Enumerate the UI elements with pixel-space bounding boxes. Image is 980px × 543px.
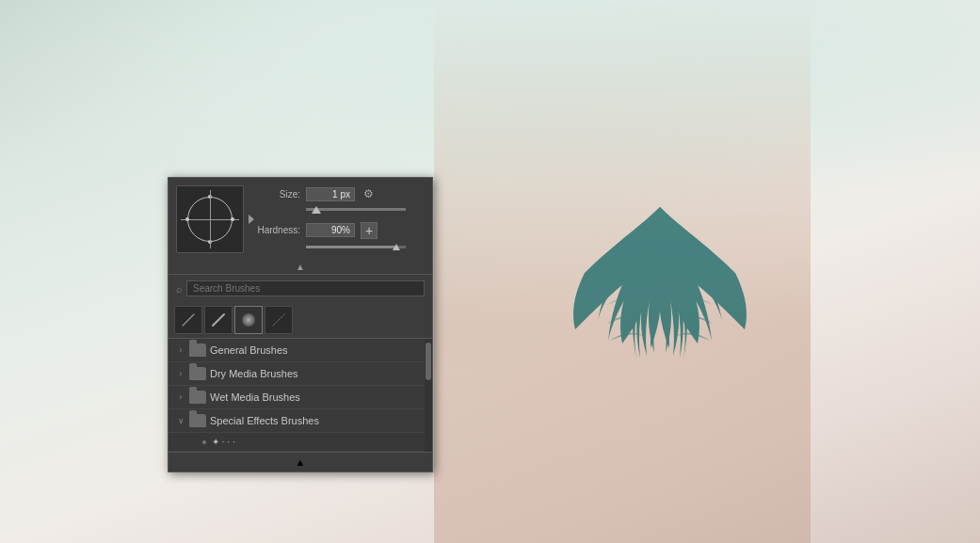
folder-general-brushes[interactable]: › General Brushes [169, 339, 425, 362]
wing-tattoo [556, 169, 763, 433]
folder-icon-dry [189, 367, 206, 380]
svg-line-3 [273, 314, 284, 326]
folder-icon-general [189, 343, 206, 357]
size-input[interactable] [306, 187, 355, 201]
search-icon: ⌕ [176, 283, 183, 295]
brush-thumb-2[interactable] [204, 306, 233, 334]
panel-bottom: ▲ [169, 452, 432, 471]
top-triangle-indicator: ▲ [169, 261, 432, 274]
brush-top-section: Size: ⚙ Hardness: + [169, 178, 432, 261]
folder-arrow-general: › [176, 345, 185, 355]
size-label: Size: [251, 189, 300, 200]
scroll-thumb[interactable] [426, 343, 431, 380]
folder-icon-wet [189, 391, 206, 404]
svg-point-2 [242, 313, 255, 327]
folder-label-dry: Dry Media Brushes [210, 368, 298, 379]
panel-scrollbar[interactable] [425, 339, 432, 452]
folder-arrow-dry: › [176, 369, 185, 378]
brush-preview [176, 185, 244, 253]
special-effects-sub-item[interactable]: ✦ · · · [169, 433, 425, 452]
folder-label-special: Special Effects Brushes [210, 415, 319, 426]
hardness-slider-fill [306, 246, 395, 248]
sub-item-label: ✦ · · · [212, 437, 235, 447]
folder-special-effects[interactable]: ∨ Special Effects Brushes [169, 409, 425, 433]
bottom-triangle-icon: ▲ [296, 456, 306, 468]
sub-dot [202, 440, 206, 444]
brush-list-container: › General Brushes › Dry Media Brushes › … [169, 339, 432, 452]
brush-thumbnails [169, 302, 432, 339]
svg-line-0 [183, 314, 194, 326]
gear-button[interactable]: ⚙ [361, 187, 376, 200]
brush-thumb-3[interactable] [234, 306, 263, 334]
size-slider-thumb [312, 206, 321, 214]
brush-dot-right [231, 217, 234, 221]
size-slider-track-container[interactable] [306, 205, 406, 215]
hardness-slider-track [306, 246, 406, 248]
brush-dot-left [185, 217, 189, 221]
hardness-input[interactable] [306, 223, 355, 237]
size-row: Size: ⚙ [251, 187, 425, 201]
svg-line-1 [213, 314, 224, 326]
hardness-slider-row [251, 243, 425, 252]
size-slider-row [251, 205, 425, 215]
add-button[interactable]: + [361, 222, 378, 239]
brush-thumb-1[interactable] [174, 306, 202, 334]
folder-arrow-special: ∨ [176, 416, 185, 425]
brush-circle [187, 197, 233, 242]
folder-dry-media[interactable]: › Dry Media Brushes [169, 362, 425, 386]
brush-dot-top [208, 195, 212, 199]
brush-panel: Size: ⚙ Hardness: + [168, 177, 433, 472]
folder-label-general: General Brushes [210, 344, 288, 356]
brush-expand-arrow [249, 215, 254, 224]
brush-controls: Size: ⚙ Hardness: + [251, 185, 425, 253]
folder-arrow-wet: › [176, 392, 185, 402]
folder-label-wet: Wet Media Brushes [210, 391, 300, 403]
hardness-row: Hardness: + [251, 222, 425, 239]
brush-dot-bottom [208, 240, 212, 244]
search-input[interactable] [186, 280, 425, 296]
folder-wet-media[interactable]: › Wet Media Brushes [169, 386, 425, 409]
hardness-slider-track-container[interactable] [306, 243, 406, 252]
brush-thumb-4[interactable] [265, 306, 293, 334]
hardness-label: Hardness: [251, 225, 300, 235]
brush-list: › General Brushes › Dry Media Brushes › … [169, 339, 425, 452]
folder-icon-special [189, 414, 206, 427]
hardness-slider-thumb [393, 244, 400, 250]
search-row: ⌕ [169, 275, 432, 302]
